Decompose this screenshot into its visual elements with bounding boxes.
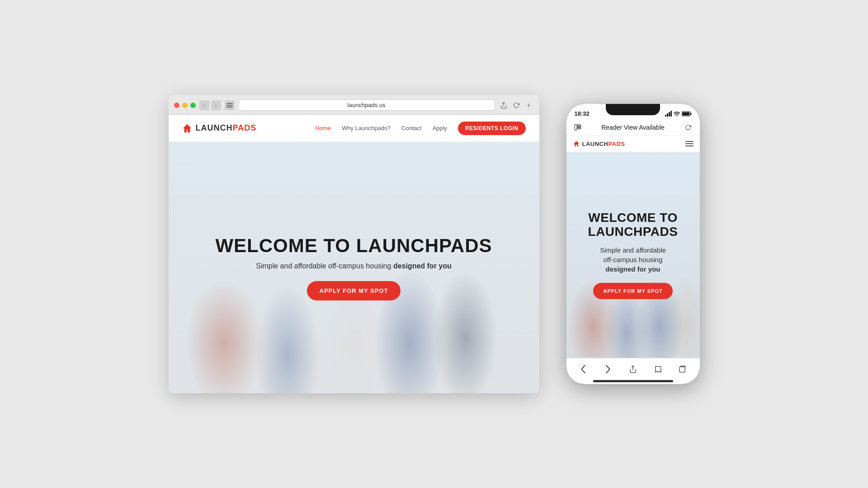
- mobile-hero-subtitle: Simple and affordable off-campus housing…: [576, 245, 691, 274]
- hamburger-menu-button[interactable]: [685, 141, 693, 146]
- site-logo-text: LAUNCHPADS: [196, 123, 257, 133]
- mobile-logo-text: LAUNCHPADS: [582, 141, 625, 147]
- minimize-button[interactable]: [182, 103, 188, 108]
- svg-rect-12: [577, 127, 580, 127]
- hero-apply-button[interactable]: APPLY FOR MY SPOT: [307, 281, 401, 300]
- mobile-hero-section: WELCOME TO LAUNCHPADS Simple and afforda…: [566, 152, 700, 358]
- reader-view-bar: Reader View Available: [566, 120, 700, 136]
- svg-point-6: [676, 115, 677, 116]
- phone-status-icons: [665, 111, 692, 117]
- mobile-hero-title: WELCOME TO LAUNCHPADS: [576, 211, 691, 239]
- phone-tabs-button[interactable]: [676, 363, 689, 375]
- svg-rect-11: [577, 125, 580, 126]
- svg-rect-2: [226, 107, 233, 108]
- phone-time: 18:32: [575, 110, 590, 117]
- new-tab-button[interactable]: +: [524, 100, 534, 110]
- svg-rect-9: [682, 112, 689, 115]
- svg-rect-13: [577, 128, 580, 129]
- sidebar-toggle-button[interactable]: [225, 100, 235, 110]
- website-content: LAUNCHPADS Home Why Launchpads? Contact …: [169, 115, 539, 393]
- nav-link-contact[interactable]: Contact: [401, 125, 422, 131]
- browser-chrome: ‹ ›: [169, 95, 539, 115]
- phone-body: Reader View Available LAUNCHPADS: [566, 120, 700, 384]
- mobile-hero-text: WELCOME TO LAUNCHPADS Simple and afforda…: [566, 202, 700, 308]
- mobile-logo-house-icon: [573, 140, 580, 147]
- reader-view-icon: [574, 123, 582, 131]
- mobile-site-logo: LAUNCHPADS: [573, 140, 625, 147]
- url-bar-container: [238, 99, 495, 111]
- back-button[interactable]: ‹: [199, 100, 209, 110]
- residents-login-button[interactable]: RESIDENTS LOGIN: [458, 122, 526, 135]
- svg-rect-0: [226, 103, 233, 104]
- mobile-website: LAUNCHPADS WELCOME TO LAUNCHPADS Simple …: [566, 136, 700, 358]
- traffic-lights: [174, 103, 196, 108]
- browser-actions: +: [499, 100, 534, 110]
- phone-home-indicator: [593, 380, 673, 382]
- forward-button[interactable]: ›: [211, 100, 221, 110]
- reader-refresh-icon[interactable]: [684, 123, 692, 131]
- browser-controls-row: ‹ ›: [174, 99, 534, 111]
- svg-rect-16: [679, 367, 685, 372]
- mobile-hero-apply-button[interactable]: APPLY FOR MY SPOT: [593, 283, 672, 299]
- site-navigation: LAUNCHPADS Home Why Launchpads? Contact …: [169, 115, 539, 142]
- phone-forward-button[interactable]: [602, 363, 614, 375]
- hero-title: WELCOME TO LAUNCHPADS: [191, 235, 517, 257]
- phone-share-button[interactable]: [627, 363, 639, 375]
- reload-button[interactable]: [511, 100, 521, 110]
- battery-icon: [682, 111, 692, 117]
- hero-text-container: WELCOME TO LAUNCHPADS Simple and afforda…: [169, 235, 539, 300]
- phone-bottom-browser-bar: [566, 358, 700, 378]
- maximize-button[interactable]: [190, 103, 196, 108]
- nav-link-home[interactable]: Home: [315, 125, 331, 131]
- svg-rect-1: [226, 105, 233, 106]
- phone-back-button[interactable]: [577, 363, 590, 375]
- svg-marker-5: [184, 125, 190, 132]
- phone-bookmarks-button[interactable]: [651, 363, 664, 375]
- site-nav-links: Home Why Launchpads? Contact Apply RESID…: [315, 122, 525, 135]
- signal-bars-icon: [665, 111, 672, 117]
- close-button[interactable]: [174, 103, 179, 108]
- hero-subtitle: Simple and affordable off-campus housing…: [191, 262, 517, 270]
- desktop-browser: ‹ ›: [169, 95, 539, 393]
- share-button[interactable]: [499, 100, 509, 110]
- url-input[interactable]: [238, 99, 495, 111]
- phone-notch: [606, 104, 660, 115]
- nav-buttons: ‹ ›: [199, 100, 221, 110]
- site-logo: LAUNCHPADS: [182, 123, 257, 133]
- svg-marker-14: [574, 141, 579, 146]
- hero-section: WELCOME TO LAUNCHPADS Simple and afforda…: [169, 142, 539, 393]
- reader-view-label: Reader View Available: [601, 124, 665, 131]
- svg-rect-10: [575, 125, 577, 130]
- mobile-phone: 18:32: [566, 104, 700, 384]
- svg-rect-8: [690, 113, 691, 115]
- nav-link-why[interactable]: Why Launchpads?: [342, 125, 391, 131]
- wifi-icon: [674, 111, 680, 117]
- nav-link-apply[interactable]: Apply: [432, 125, 447, 131]
- logo-house-icon: [182, 123, 192, 133]
- mobile-site-nav: LAUNCHPADS: [566, 136, 700, 152]
